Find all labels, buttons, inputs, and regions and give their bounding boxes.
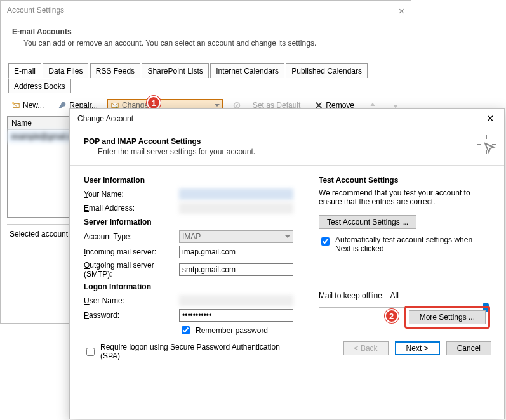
new-icon	[11, 101, 20, 110]
email-accounts-heading: E-mail Accounts	[1, 17, 411, 37]
label-email: Email Address:	[84, 204, 179, 213]
dialog-title: Change Account	[77, 114, 133, 123]
label-your-name: Your Name:	[84, 190, 179, 199]
test-account-button[interactable]: Test Account Settings ...	[319, 215, 416, 229]
cancel-button[interactable]: Cancel	[446, 341, 491, 355]
label-auto-test: Automatically test account settings when…	[335, 235, 490, 253]
more-settings-highlight: 2 More Settings ...	[404, 306, 490, 329]
next-button[interactable]: Next >	[395, 341, 440, 355]
label-username: User Name:	[84, 296, 179, 305]
password-input[interactable]	[179, 309, 293, 322]
label-spa: Require logon using Secure Password Auth…	[100, 343, 293, 360]
svg-point-1	[12, 102, 15, 105]
label-remember: Remember password	[196, 326, 268, 335]
back-button: < Back	[343, 341, 389, 355]
account-type-select: IMAP	[179, 230, 293, 243]
username-input[interactable]	[179, 295, 293, 306]
auto-test-checkbox[interactable]	[321, 237, 330, 246]
your-name-field[interactable]	[179, 188, 293, 200]
incoming-server-input[interactable]	[179, 246, 293, 258]
tab-address-books[interactable]: Address Books	[8, 79, 71, 93]
email-field[interactable]	[179, 202, 293, 214]
dialog-subheading: Enter the mail server settings for your …	[84, 147, 490, 161]
label-incoming: Incoming mail server:	[84, 247, 179, 256]
test-description: We recommend that you test your account …	[319, 188, 490, 206]
tab-email[interactable]: E-mail	[8, 63, 41, 79]
section-logon-info: Logon Information	[84, 282, 293, 291]
window-title: Account Settings	[7, 6, 64, 17]
more-settings-button[interactable]: More Settings ...	[409, 310, 486, 324]
close-icon[interactable]: ✕	[481, 113, 499, 124]
section-test: Test Account Settings	[319, 176, 490, 185]
tab-rss-feeds[interactable]: RSS Feeds	[90, 63, 140, 78]
dialog-titlebar: Change Account ✕	[70, 109, 504, 128]
label-mail-keep: Mail to keep offline:	[319, 291, 384, 300]
repair-icon	[58, 101, 67, 110]
change-account-dialog: Change Account ✕ POP and IMAP Account Se…	[69, 108, 505, 419]
section-user-info: User Information	[84, 176, 293, 185]
window-titlebar: Account Settings ×	[1, 1, 411, 17]
new-button[interactable]: New...	[7, 98, 48, 112]
spa-checkbox[interactable]	[86, 348, 95, 356]
dialog-heading: POP and IMAP Account Settings	[84, 132, 490, 147]
label-password: Password:	[84, 311, 179, 320]
callout-badge-2: 2	[385, 309, 399, 323]
cursor-icon	[475, 133, 498, 158]
callout-badge-1: 1	[147, 96, 161, 110]
tab-published-cal[interactable]: Published Calendars	[286, 63, 368, 78]
remember-password-checkbox[interactable]	[182, 326, 190, 334]
section-server-info: Server Information	[84, 218, 293, 226]
close-icon[interactable]: ×	[399, 6, 404, 17]
tab-internet-cal[interactable]: Internet Calendars	[210, 63, 284, 78]
tabs: E-mail Data Files RSS Feeds SharePoint L…	[7, 63, 404, 93]
label-outgoing: Outgoing mail server (SMTP):	[84, 261, 179, 279]
label-account-type: Account Type:	[84, 232, 179, 241]
outgoing-server-input[interactable]	[179, 263, 293, 276]
email-accounts-subheading: You can add or remove an account. You ca…	[1, 37, 411, 56]
mail-keep-value: All	[390, 291, 399, 300]
dialog-footer: < Back Next > Cancel	[343, 341, 491, 355]
tab-data-files[interactable]: Data Files	[43, 63, 88, 78]
tab-sharepoint[interactable]: SharePoint Lists	[142, 63, 208, 78]
